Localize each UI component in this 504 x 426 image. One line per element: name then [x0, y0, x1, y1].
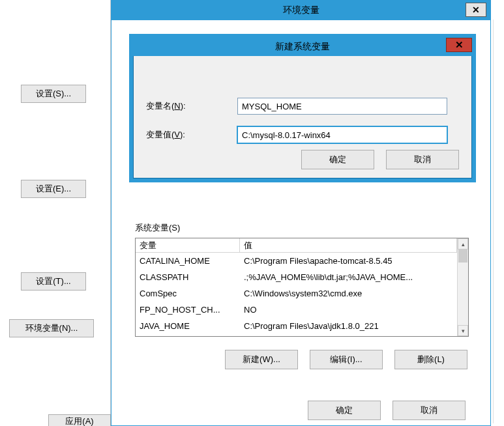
- system-variables-rows: CATALINA_HOME C:\Program Files\apache-to…: [136, 253, 457, 334]
- system-variables-table: 变量 值 CATALINA_HOME C:\Program Files\apac…: [136, 238, 457, 336]
- modal-cancel-button[interactable]: 取消: [386, 150, 459, 169]
- modal-dialog-buttons: 确定 取消: [301, 150, 459, 169]
- apply-button-partial[interactable]: 应用(A): [48, 414, 111, 426]
- env-ok-button[interactable]: 确定: [308, 401, 381, 420]
- system-variables-buttons: 新建(W)... 编辑(I)... 删除(L): [225, 350, 467, 369]
- settings-s-button[interactable]: 设置(S)...: [21, 85, 86, 103]
- table-row[interactable]: FP_NO_HOST_CH... NO: [136, 302, 457, 318]
- variable-name-row: 变量名(N):: [146, 98, 447, 115]
- variable-value-label: 变量值(V):: [146, 129, 237, 141]
- variable-name-input[interactable]: [237, 98, 447, 115]
- system-variables-label: 系统变量(S): [135, 222, 180, 234]
- modal-title: 新建系统变量: [275, 41, 330, 53]
- system-variables-scrollbar[interactable]: ▴ ▾: [457, 238, 468, 336]
- env-window-title: 环境变量: [283, 5, 319, 16]
- modal-titlebar: 新建系统变量 ✕: [133, 38, 472, 56]
- scroll-down-icon[interactable]: ▾: [458, 325, 468, 336]
- new-sysvar-button[interactable]: 新建(W)...: [225, 350, 298, 369]
- env-window-titlebar: 环境变量 ✕: [111, 1, 490, 20]
- variable-value-row: 变量值(V):: [146, 126, 447, 143]
- parent-dialog-left-strip: 设置(S)... 设置(E)... 设置(T)... 环境变量(N)...: [0, 0, 111, 426]
- env-cancel-button[interactable]: 取消: [393, 401, 466, 420]
- env-window-close-button[interactable]: ✕: [466, 3, 486, 17]
- scroll-thumb[interactable]: [458, 249, 467, 263]
- modal-body: 变量名(N): 变量值(V): 确定 取消: [133, 56, 472, 178]
- modal-ok-button[interactable]: 确定: [301, 150, 374, 169]
- column-header-variable[interactable]: 变量: [136, 238, 240, 252]
- close-icon: ✕: [472, 5, 480, 14]
- env-window-dialog-buttons: 确定 取消: [308, 401, 466, 420]
- column-header-value[interactable]: 值: [240, 238, 457, 252]
- table-row[interactable]: JAVA_HOME C:\Program Files\Java\jdk1.8.0…: [136, 318, 457, 334]
- system-variables-header: 变量 值: [136, 238, 457, 253]
- edit-sysvar-button[interactable]: 编辑(I)...: [310, 350, 383, 369]
- settings-e-button[interactable]: 设置(E)...: [21, 180, 86, 198]
- scroll-up-icon[interactable]: ▴: [458, 238, 468, 249]
- close-icon: ✕: [455, 39, 464, 51]
- table-row[interactable]: CATALINA_HOME C:\Program Files\apache-to…: [136, 253, 457, 269]
- variable-value-input[interactable]: [237, 126, 447, 143]
- variable-name-label: 变量名(N):: [146, 100, 237, 112]
- delete-sysvar-button[interactable]: 删除(L): [394, 350, 467, 369]
- system-variables-list[interactable]: 变量 值 CATALINA_HOME C:\Program Files\apac…: [135, 238, 469, 337]
- outer-border-line: [493, 20, 494, 423]
- table-row[interactable]: CLASSPATH .;%JAVA_HOME%\lib\dt.jar;%JAVA…: [136, 269, 457, 285]
- new-system-variable-dialog: 新建系统变量 ✕ 变量名(N): 变量值(V): 确定 取消: [129, 34, 476, 182]
- modal-close-button[interactable]: ✕: [446, 38, 472, 52]
- environment-variables-button[interactable]: 环境变量(N)...: [9, 319, 94, 337]
- scroll-track[interactable]: [458, 249, 468, 325]
- table-row[interactable]: ComSpec C:\Windows\system32\cmd.exe: [136, 285, 457, 302]
- settings-t-button[interactable]: 设置(T)...: [21, 272, 86, 291]
